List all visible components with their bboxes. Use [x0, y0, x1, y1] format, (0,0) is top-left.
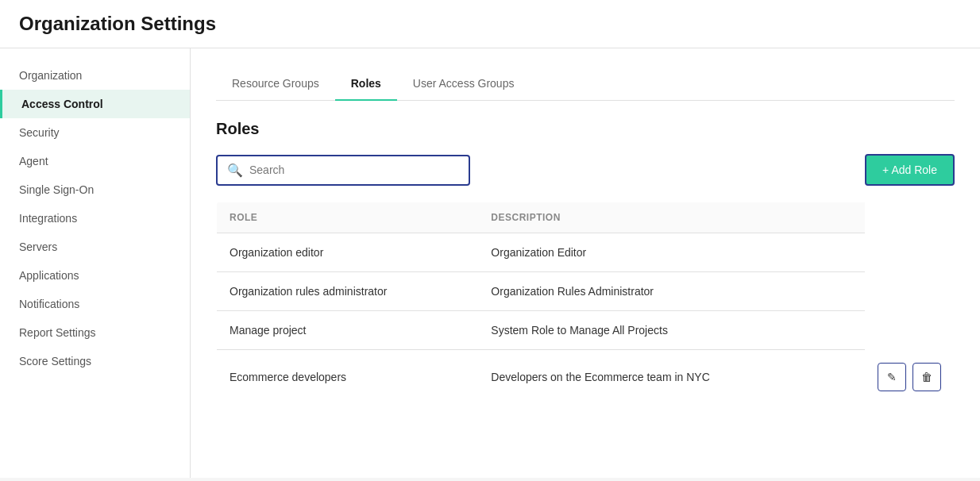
column-role: ROLE [217, 202, 479, 233]
table-body: Organization editorOrganization EditorOr… [217, 233, 955, 405]
table-row: Organization editorOrganization Editor [217, 233, 955, 272]
search-input[interactable] [249, 164, 459, 176]
delete-button[interactable]: 🗑 [912, 363, 941, 391]
sidebar-item-organization[interactable]: Organization [0, 61, 190, 90]
page-header: Organization Settings [0, 0, 980, 48]
sidebar-item-applications[interactable]: Applications [0, 261, 190, 290]
edit-button[interactable]: ✎ [878, 363, 906, 391]
tab-bar: Resource GroupsRolesUser Access Groups [216, 67, 955, 101]
cell-description: Organization Editor [478, 233, 865, 272]
main-content: Resource GroupsRolesUser Access Groups R… [191, 48, 980, 478]
tab-user-access-groups[interactable]: User Access Groups [397, 67, 531, 101]
cell-role: Organization rules administrator [217, 272, 479, 311]
cell-role: Manage project [217, 311, 479, 350]
search-icon: 🔍 [227, 163, 243, 178]
sidebar-item-integrations[interactable]: Integrations [0, 204, 190, 233]
search-box[interactable]: 🔍 [216, 155, 470, 186]
table-row: Organization rules administratorOrganiza… [217, 272, 955, 311]
tab-resource-groups[interactable]: Resource Groups [216, 67, 335, 101]
sidebar-item-single-sign-on[interactable]: Single Sign-On [0, 175, 190, 204]
column-description: DESCRIPTION [478, 202, 865, 233]
tab-roles[interactable]: Roles [335, 67, 397, 101]
table-row: Manage projectSystem Role to Manage All … [217, 311, 955, 350]
cell-role: Ecommerce developers [217, 350, 479, 405]
roles-page-title: Roles [216, 120, 955, 138]
sidebar-item-report-settings[interactable]: Report Settings [0, 318, 190, 347]
sidebar-item-security[interactable]: Security [0, 118, 190, 147]
row-actions: ✎ 🗑 [878, 363, 941, 391]
add-role-button[interactable]: + Add Role [865, 154, 955, 186]
page-title: Organization Settings [19, 13, 961, 35]
sidebar-item-servers[interactable]: Servers [0, 233, 190, 261]
cell-description: Developers on the Ecommerce team in NYC [478, 350, 865, 405]
sidebar-item-notifications[interactable]: Notifications [0, 290, 190, 318]
toolbar: 🔍 + Add Role [216, 154, 955, 186]
sidebar-item-agent[interactable]: Agent [0, 147, 190, 175]
cell-description: System Role to Manage All Projects [478, 311, 865, 350]
cell-description: Organization Rules Administrator [478, 272, 865, 311]
roles-table: ROLE DESCRIPTION Organization editorOrga… [216, 202, 955, 405]
cell-role: Organization editor [217, 233, 479, 272]
cell-actions: ✎ 🗑 [865, 350, 955, 405]
table-row: Ecommerce developersDevelopers on the Ec… [217, 350, 955, 405]
sidebar: OrganizationAccess ControlSecurityAgentS… [0, 48, 191, 478]
table-header: ROLE DESCRIPTION [217, 202, 955, 233]
main-layout: OrganizationAccess ControlSecurityAgentS… [0, 48, 980, 478]
sidebar-item-score-settings[interactable]: Score Settings [0, 347, 190, 375]
sidebar-item-access-control[interactable]: Access Control [0, 90, 190, 118]
